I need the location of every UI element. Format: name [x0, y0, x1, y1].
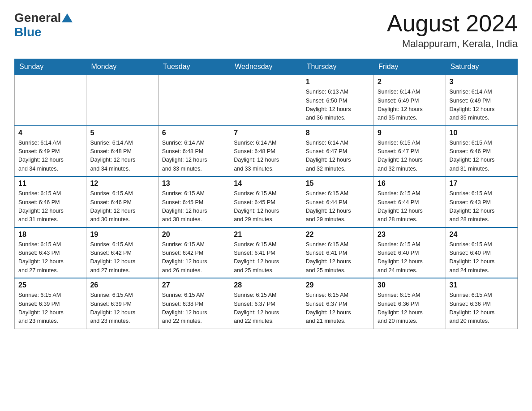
day-info: Sunrise: 6:15 AMSunset: 6:43 PMDaylight:… [450, 189, 514, 224]
header-tuesday: Tuesday [158, 59, 230, 75]
logo: General Blue [14, 11, 73, 39]
day-info: Sunrise: 6:15 AMSunset: 6:38 PMDaylight:… [162, 291, 226, 326]
day-number: 22 [306, 231, 370, 239]
header-thursday: Thursday [302, 59, 373, 75]
calendar-cell: 2Sunrise: 6:14 AMSunset: 6:49 PMDaylight… [374, 75, 446, 126]
calendar-cell: 8Sunrise: 6:14 AMSunset: 6:47 PMDaylight… [302, 126, 373, 177]
calendar-cell: 19Sunrise: 6:15 AMSunset: 6:42 PMDayligh… [86, 227, 158, 278]
day-info: Sunrise: 6:15 AMSunset: 6:36 PMDaylight:… [378, 291, 442, 326]
calendar-cell: 6Sunrise: 6:14 AMSunset: 6:48 PMDaylight… [158, 126, 230, 177]
day-number: 15 [306, 180, 370, 188]
calendar-cell: 5Sunrise: 6:14 AMSunset: 6:48 PMDaylight… [86, 126, 158, 177]
day-number: 11 [18, 180, 82, 188]
day-info: Sunrise: 6:14 AMSunset: 6:48 PMDaylight:… [162, 139, 226, 174]
calendar-cell: 28Sunrise: 6:15 AMSunset: 6:37 PMDayligh… [230, 278, 302, 329]
calendar-cell: 26Sunrise: 6:15 AMSunset: 6:39 PMDayligh… [86, 278, 158, 329]
day-info: Sunrise: 6:14 AMSunset: 6:48 PMDaylight:… [234, 139, 298, 174]
header-sunday: Sunday [15, 59, 86, 75]
calendar-cell: 10Sunrise: 6:15 AMSunset: 6:46 PMDayligh… [446, 126, 517, 177]
day-number: 5 [90, 129, 154, 137]
day-info: Sunrise: 6:15 AMSunset: 6:37 PMDaylight:… [234, 291, 298, 326]
calendar-week-5: 25Sunrise: 6:15 AMSunset: 6:39 PMDayligh… [15, 278, 518, 329]
calendar-week-3: 11Sunrise: 6:15 AMSunset: 6:46 PMDayligh… [15, 176, 518, 227]
day-number: 2 [378, 78, 442, 86]
calendar-cell: 27Sunrise: 6:15 AMSunset: 6:38 PMDayligh… [158, 278, 230, 329]
day-info: Sunrise: 6:15 AMSunset: 6:36 PMDaylight:… [450, 291, 514, 326]
day-number: 12 [90, 180, 154, 188]
calendar-cell: 29Sunrise: 6:15 AMSunset: 6:37 PMDayligh… [302, 278, 373, 329]
calendar-cell [86, 75, 158, 126]
day-number: 17 [450, 180, 514, 188]
logo-triangle-icon [62, 13, 73, 22]
day-info: Sunrise: 6:15 AMSunset: 6:44 PMDaylight:… [378, 189, 442, 224]
calendar-cell: 3Sunrise: 6:14 AMSunset: 6:49 PMDaylight… [446, 75, 517, 126]
calendar-cell: 1Sunrise: 6:13 AMSunset: 6:50 PMDaylight… [302, 75, 373, 126]
logo-general-text: General [14, 11, 61, 25]
calendar-cell: 17Sunrise: 6:15 AMSunset: 6:43 PMDayligh… [446, 176, 517, 227]
header-monday: Monday [86, 59, 158, 75]
calendar-cell: 14Sunrise: 6:15 AMSunset: 6:45 PMDayligh… [230, 176, 302, 227]
day-number: 16 [378, 180, 442, 188]
calendar-cell: 9Sunrise: 6:15 AMSunset: 6:47 PMDaylight… [374, 126, 446, 177]
day-info: Sunrise: 6:15 AMSunset: 6:37 PMDaylight:… [306, 291, 370, 326]
calendar-week-4: 18Sunrise: 6:15 AMSunset: 6:43 PMDayligh… [15, 227, 518, 278]
day-info: Sunrise: 6:15 AMSunset: 6:46 PMDaylight:… [90, 189, 154, 224]
day-info: Sunrise: 6:15 AMSunset: 6:45 PMDaylight:… [234, 189, 298, 224]
day-number: 24 [450, 231, 514, 239]
calendar-week-2: 4Sunrise: 6:14 AMSunset: 6:49 PMDaylight… [15, 126, 518, 177]
calendar-cell: 7Sunrise: 6:14 AMSunset: 6:48 PMDaylight… [230, 126, 302, 177]
calendar-cell: 22Sunrise: 6:15 AMSunset: 6:41 PMDayligh… [302, 227, 373, 278]
day-number: 29 [306, 281, 370, 289]
day-number: 8 [306, 129, 370, 137]
header-wednesday: Wednesday [230, 59, 302, 75]
day-number: 25 [18, 281, 82, 289]
day-info: Sunrise: 6:15 AMSunset: 6:47 PMDaylight:… [378, 139, 442, 174]
day-number: 27 [162, 281, 226, 289]
day-info: Sunrise: 6:14 AMSunset: 6:49 PMDaylight:… [450, 88, 514, 123]
calendar-cell: 31Sunrise: 6:15 AMSunset: 6:36 PMDayligh… [446, 278, 517, 329]
day-info: Sunrise: 6:15 AMSunset: 6:39 PMDaylight:… [90, 291, 154, 326]
day-number: 10 [450, 129, 514, 137]
day-info: Sunrise: 6:14 AMSunset: 6:48 PMDaylight:… [90, 139, 154, 174]
calendar-cell: 15Sunrise: 6:15 AMSunset: 6:44 PMDayligh… [302, 176, 373, 227]
day-number: 20 [162, 231, 226, 239]
month-title: August 2024 [387, 11, 518, 36]
day-number: 3 [450, 78, 514, 86]
calendar-cell [15, 75, 86, 126]
day-info: Sunrise: 6:15 AMSunset: 6:46 PMDaylight:… [450, 139, 514, 174]
location-title: Malappuram, Kerala, India [387, 38, 518, 50]
day-number: 18 [18, 231, 82, 239]
calendar-cell: 30Sunrise: 6:15 AMSunset: 6:36 PMDayligh… [374, 278, 446, 329]
day-number: 26 [90, 281, 154, 289]
day-info: Sunrise: 6:15 AMSunset: 6:41 PMDaylight:… [234, 240, 298, 275]
day-number: 4 [18, 129, 82, 137]
calendar-cell: 13Sunrise: 6:15 AMSunset: 6:45 PMDayligh… [158, 176, 230, 227]
calendar-cell: 21Sunrise: 6:15 AMSunset: 6:41 PMDayligh… [230, 227, 302, 278]
header-saturday: Saturday [446, 59, 517, 75]
day-number: 23 [378, 231, 442, 239]
calendar-cell: 25Sunrise: 6:15 AMSunset: 6:39 PMDayligh… [15, 278, 86, 329]
day-info: Sunrise: 6:15 AMSunset: 6:44 PMDaylight:… [306, 189, 370, 224]
calendar-cell: 24Sunrise: 6:15 AMSunset: 6:40 PMDayligh… [446, 227, 517, 278]
day-info: Sunrise: 6:15 AMSunset: 6:42 PMDaylight:… [90, 240, 154, 275]
calendar-cell [158, 75, 230, 126]
header: General Blue August 2024 Malappuram, Ker… [14, 11, 518, 50]
calendar-cell: 12Sunrise: 6:15 AMSunset: 6:46 PMDayligh… [86, 176, 158, 227]
logo-blue-text: Blue [14, 25, 42, 39]
day-info: Sunrise: 6:15 AMSunset: 6:41 PMDaylight:… [306, 240, 370, 275]
day-info: Sunrise: 6:13 AMSunset: 6:50 PMDaylight:… [306, 88, 370, 123]
day-number: 31 [450, 281, 514, 289]
day-info: Sunrise: 6:15 AMSunset: 6:39 PMDaylight:… [18, 291, 82, 326]
day-number: 6 [162, 129, 226, 137]
day-number: 9 [378, 129, 442, 137]
day-info: Sunrise: 6:14 AMSunset: 6:49 PMDaylight:… [18, 139, 82, 174]
weekday-header-row: Sunday Monday Tuesday Wednesday Thursday… [15, 59, 518, 75]
calendar-cell: 23Sunrise: 6:15 AMSunset: 6:40 PMDayligh… [374, 227, 446, 278]
calendar-week-1: 1Sunrise: 6:13 AMSunset: 6:50 PMDaylight… [15, 75, 518, 126]
day-number: 30 [378, 281, 442, 289]
calendar-cell: 20Sunrise: 6:15 AMSunset: 6:42 PMDayligh… [158, 227, 230, 278]
header-friday: Friday [374, 59, 446, 75]
day-number: 21 [234, 231, 298, 239]
day-info: Sunrise: 6:14 AMSunset: 6:47 PMDaylight:… [306, 139, 370, 174]
title-area: August 2024 Malappuram, Kerala, India [387, 11, 518, 50]
